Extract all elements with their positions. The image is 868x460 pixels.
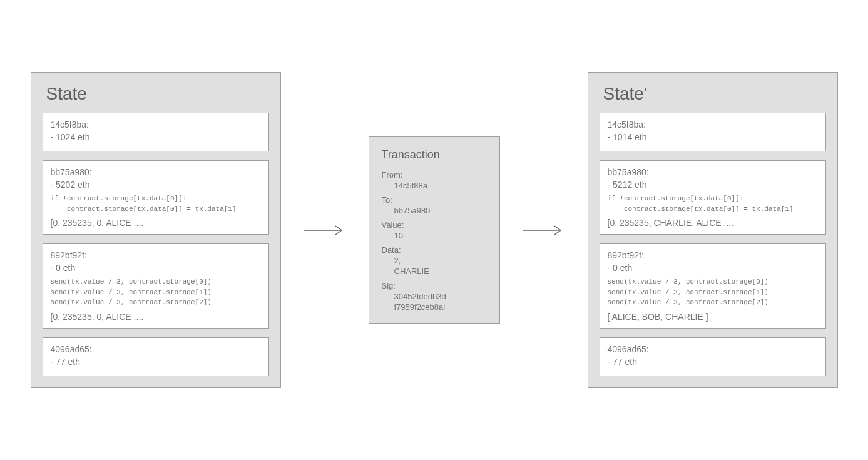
account-balance: - 5202 eth bbox=[51, 180, 261, 190]
account-code: send(tx.value / 3, contract.storage[0]) … bbox=[51, 277, 261, 308]
account-balance: - 5212 eth bbox=[608, 180, 818, 190]
account-address: bb75a980: bbox=[608, 167, 818, 177]
account-box: bb75a980: - 5212 eth if !contract.storag… bbox=[600, 160, 826, 235]
account-balance: - 77 eth bbox=[608, 357, 818, 367]
account-box: 14c5f8ba: - 1024 eth bbox=[43, 113, 269, 151]
account-box: 892bf92f: - 0 eth send(tx.value / 3, con… bbox=[600, 243, 826, 329]
state-after-title: State' bbox=[600, 84, 826, 104]
tx-data-label: Data: bbox=[382, 245, 487, 255]
tx-sig-value: f7959f2ceb8al bbox=[382, 302, 487, 312]
account-balance: - 1024 eth bbox=[51, 132, 261, 142]
account-box: 4096ad65: - 77 eth bbox=[600, 337, 826, 376]
account-storage: [0, 235235, 0, ALICE .... bbox=[51, 312, 261, 322]
account-code: if !contract.storage[tx.data[0]]: contra… bbox=[608, 193, 818, 214]
tx-value-value: 10 bbox=[382, 231, 487, 240]
account-balance: - 77 eth bbox=[51, 357, 261, 367]
tx-from-label: From: bbox=[382, 170, 487, 180]
account-box: bb75a980: - 5202 eth if !contract.storag… bbox=[43, 160, 269, 235]
account-balance: - 0 eth bbox=[51, 263, 261, 273]
account-address: 14c5f8ba: bbox=[51, 120, 261, 130]
tx-to-label: To: bbox=[382, 195, 487, 205]
tx-data-value: 2, bbox=[382, 256, 487, 265]
account-box: 4096ad65: - 77 eth bbox=[43, 337, 269, 376]
arrow-right-icon bbox=[522, 224, 566, 237]
account-address: 4096ad65: bbox=[608, 344, 818, 354]
account-box: 14c5f8ba: - 1014 eth bbox=[600, 113, 826, 151]
arrow-right-icon bbox=[303, 224, 347, 237]
state-before-title: State bbox=[43, 84, 269, 104]
transaction-title: Transaction bbox=[382, 148, 487, 161]
account-address: 892bf92f: bbox=[608, 250, 818, 260]
tx-data-value: CHARLIE bbox=[382, 267, 487, 276]
account-box: 892bf92f: - 0 eth send(tx.value / 3, con… bbox=[43, 243, 269, 329]
account-code: send(tx.value / 3, contract.storage[0]) … bbox=[608, 277, 818, 308]
account-storage: [0, 235235, 0, ALICE .... bbox=[51, 218, 261, 228]
account-address: 4096ad65: bbox=[51, 344, 261, 354]
tx-to-value: bb75a980 bbox=[382, 206, 487, 215]
tx-sig-value: 30452fdedb3d bbox=[382, 292, 487, 301]
account-storage: [ ALICE, BOB, CHARLIE ] bbox=[608, 312, 818, 322]
account-address: 892bf92f: bbox=[51, 250, 261, 260]
account-address: 14c5f8ba: bbox=[608, 120, 818, 130]
tx-sig-label: Sig: bbox=[382, 281, 487, 290]
arrow-container bbox=[300, 224, 350, 237]
arrow-container bbox=[519, 224, 569, 237]
state-after-panel: State' 14c5f8ba: - 1014 eth bb75a980: - … bbox=[588, 72, 838, 388]
tx-from-value: 14c5f88a bbox=[382, 181, 487, 190]
account-storage: [0, 235235, CHARLIE, ALICE .... bbox=[608, 218, 818, 228]
account-code: if !contract.storage[tx.data[0]]: contra… bbox=[51, 193, 261, 214]
transaction-panel: Transaction From: 14c5f88a To: bb75a980 … bbox=[369, 136, 500, 324]
account-address: bb75a980: bbox=[51, 167, 261, 177]
account-balance: - 0 eth bbox=[608, 263, 818, 273]
tx-value-label: Value: bbox=[382, 220, 487, 230]
state-before-panel: State 14c5f8ba: - 1024 eth bb75a980: - 5… bbox=[31, 72, 281, 388]
account-balance: - 1014 eth bbox=[608, 132, 818, 142]
